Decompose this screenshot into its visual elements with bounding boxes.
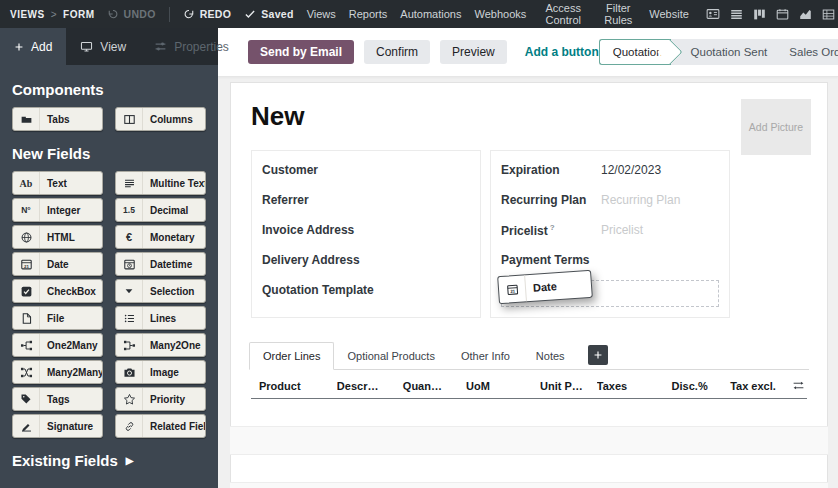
field-delivery-address[interactable]: Delivery Address xyxy=(262,245,470,275)
dragged-field-date[interactable]: Date xyxy=(497,270,593,304)
field-button-tags[interactable]: Tags xyxy=(12,387,103,411)
col-discount[interactable]: Disc.% xyxy=(645,380,707,392)
col-product[interactable]: Product xyxy=(251,380,337,392)
field-button-many2one[interactable]: Many2One xyxy=(115,333,206,357)
field-payment-terms[interactable]: Payment Terms xyxy=(501,245,719,275)
menu-access-control[interactable]: Access Control xyxy=(539,2,587,27)
field-button-text[interactable]: Ab Text xyxy=(12,171,103,195)
field-button-integer[interactable]: N° Integer xyxy=(12,198,103,222)
redo-icon xyxy=(183,8,195,20)
saved-indicator: Saved xyxy=(244,8,293,20)
tab-view[interactable]: View xyxy=(66,28,140,65)
form-view-icon[interactable] xyxy=(706,7,720,21)
field-button-related-field[interactable]: Related Field xyxy=(115,414,206,438)
pivot-view-icon[interactable] xyxy=(822,8,835,21)
field-customer[interactable]: Customer xyxy=(262,155,470,185)
field-button-monetary[interactable]: € Monetary xyxy=(115,225,206,249)
col-description[interactable]: Descr… xyxy=(337,380,397,392)
calendar-view-icon[interactable] xyxy=(776,8,789,21)
field-pricelist[interactable]: Pricelist? Pricelist xyxy=(501,215,719,245)
order-lines-header: Product Descr… Quan… UoM Unit P… Taxes D… xyxy=(251,370,807,399)
form-editor-main: Send by Email Confirm Preview Add a butt… xyxy=(218,28,838,488)
recurring-plan-placeholder[interactable]: Recurring Plan xyxy=(601,193,680,207)
statusbar-stage-quotation[interactable]: Quotation xyxy=(599,39,671,65)
col-tax-excl[interactable]: Tax excl. xyxy=(708,380,776,392)
field-drop-zone[interactable]: Date xyxy=(501,280,719,307)
statusbar: Quotation Quotation Sent Sales Order xyxy=(599,39,838,65)
col-taxes[interactable]: Taxes xyxy=(597,380,646,392)
menu-website[interactable]: Website xyxy=(649,8,689,20)
field-button-image[interactable]: Image xyxy=(115,360,206,384)
undo-button[interactable]: UNDO xyxy=(107,8,156,20)
tab-add[interactable]: Add xyxy=(0,28,66,65)
new-fields-heading: New Fields xyxy=(12,145,206,162)
list-view-icon[interactable] xyxy=(730,8,743,21)
field-button-selection[interactable]: Selection xyxy=(115,279,206,303)
add-tab-button[interactable] xyxy=(588,345,608,365)
field-button-html[interactable]: HTML xyxy=(12,225,103,249)
field-button-multine-text[interactable]: Multine Text xyxy=(115,171,206,195)
field-button-file[interactable]: File xyxy=(12,306,103,330)
send-by-email-button[interactable]: Send by Email xyxy=(248,40,354,64)
empty-row xyxy=(230,427,828,455)
optional-columns-icon[interactable] xyxy=(776,379,807,392)
file-icon xyxy=(13,307,40,329)
tab-order-lines[interactable]: Order Lines xyxy=(249,342,334,370)
datetime-icon xyxy=(116,253,143,275)
order-lines-list[interactable] xyxy=(230,399,828,488)
priority-icon xyxy=(116,388,143,410)
decimal-icon: 1.5 xyxy=(116,199,143,221)
statusbar-stage-sales-order[interactable]: Sales Order xyxy=(778,46,838,58)
undo-icon xyxy=(107,8,119,20)
menu-filter-rules[interactable]: Filter Rules xyxy=(600,2,636,27)
col-uom[interactable]: UoM xyxy=(466,380,528,392)
tab-properties[interactable]: Properties xyxy=(140,28,243,65)
field-recurring-plan[interactable]: Recurring Plan Recurring Plan xyxy=(501,185,719,215)
add-a-button-link[interactable]: Add a button xyxy=(525,45,599,59)
menu-views[interactable]: Views xyxy=(307,8,336,20)
field-button-one2many[interactable]: One2Many xyxy=(12,333,103,357)
add-picture-placeholder[interactable]: Add Picture xyxy=(741,99,811,155)
field-button-datetime[interactable]: Datetime xyxy=(115,252,206,276)
field-referrer[interactable]: Referrer xyxy=(262,185,470,215)
field-button-lines[interactable]: Lines xyxy=(115,306,206,330)
tab-notes[interactable]: Notes xyxy=(523,343,578,369)
kanban-view-icon[interactable] xyxy=(753,8,766,21)
check-icon xyxy=(244,8,256,20)
expiration-value[interactable]: 12/02/2023 xyxy=(601,163,661,177)
field-quotation-template[interactable]: Quotation Template xyxy=(262,275,470,305)
field-button-signature[interactable]: Signature xyxy=(12,414,103,438)
left-field-group: Customer Referrer Invoice Address Delive… xyxy=(251,150,481,318)
field-invoice-address[interactable]: Invoice Address xyxy=(262,215,470,245)
field-button-priority[interactable]: Priority xyxy=(115,387,206,411)
notebook-tabbar: Order Lines Optional Products Other Info… xyxy=(249,342,809,370)
col-unit-price[interactable]: Unit P… xyxy=(528,380,583,392)
menu-automations[interactable]: Automations xyxy=(400,8,461,20)
plus-icon xyxy=(14,42,24,52)
preview-button[interactable]: Preview xyxy=(440,40,507,64)
field-expiration[interactable]: Expiration 12/02/2023 xyxy=(501,155,719,185)
menu-reports[interactable]: Reports xyxy=(349,8,388,20)
existing-fields-heading[interactable]: Existing Fields ▶ xyxy=(12,452,206,469)
confirm-button[interactable]: Confirm xyxy=(364,40,430,64)
pricelist-placeholder[interactable]: Pricelist xyxy=(601,223,643,237)
component-button-columns[interactable]: Columns xyxy=(115,107,206,131)
tab-other-info[interactable]: Other Info xyxy=(448,343,523,369)
breadcrumb: VIEWS > FORM xyxy=(10,9,95,20)
col-quantity[interactable]: Quan… xyxy=(397,380,442,392)
tab-optional-products[interactable]: Optional Products xyxy=(334,343,447,369)
component-button-tabs[interactable]: Tabs xyxy=(12,107,103,131)
statusbar-stage-quotation-sent[interactable]: Quotation Sent xyxy=(671,46,779,58)
field-button-many2many[interactable]: Many2Many xyxy=(12,360,103,384)
breadcrumb-root[interactable]: VIEWS xyxy=(10,9,45,20)
record-title[interactable]: New xyxy=(251,101,807,132)
menu-webhooks[interactable]: Webhooks xyxy=(474,8,526,20)
graph-view-icon[interactable] xyxy=(799,8,812,21)
field-button-date[interactable]: Date xyxy=(12,252,103,276)
view-switcher xyxy=(706,7,838,21)
field-button-checkbox[interactable]: CheckBox xyxy=(12,279,103,303)
date-icon xyxy=(498,275,527,303)
breadcrumb-separator: > xyxy=(51,9,57,20)
redo-button[interactable]: REDO xyxy=(183,8,232,20)
field-button-decimal[interactable]: 1.5 Decimal xyxy=(115,198,206,222)
